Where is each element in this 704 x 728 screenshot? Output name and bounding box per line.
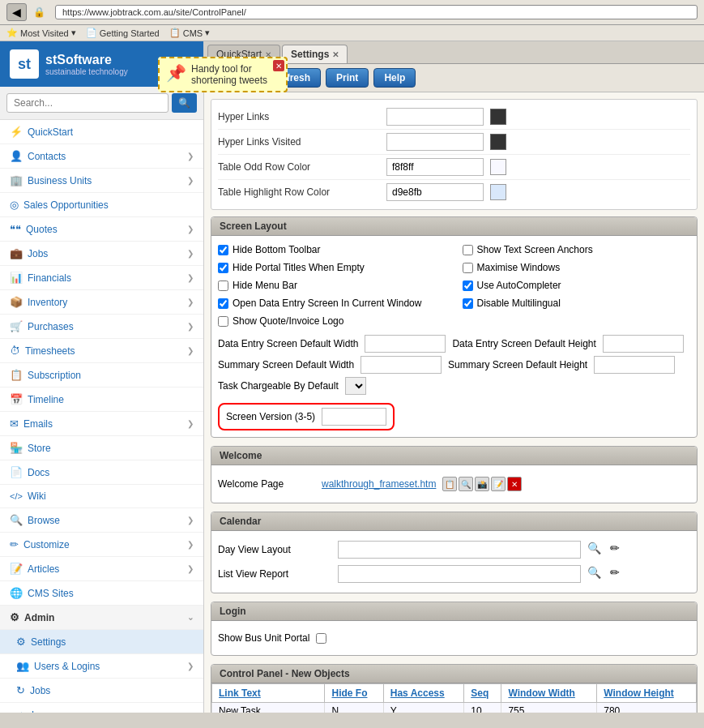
day-view-zoom-icon[interactable]: 🔍 (587, 542, 604, 558)
col-window-width[interactable]: Window Width (501, 684, 597, 703)
sidebar-item-jobs-sub[interactable]: ↻Jobs (0, 679, 203, 703)
logo-text: stSoftware sustainable technology (45, 53, 128, 76)
hyper-links-visited-color-btn[interactable] (490, 134, 506, 150)
use-autocompleter-checkbox[interactable] (463, 280, 473, 291)
tab-settings[interactable]: Settings ✕ (282, 45, 348, 63)
sidebar-item-purchases[interactable]: 🛒Purchases ❯ (0, 315, 203, 339)
hyper-links-visited-input[interactable] (386, 133, 484, 151)
hyper-links-color-btn[interactable] (490, 109, 506, 125)
hide-menu-bar-checkbox[interactable] (218, 280, 228, 291)
show-bus-unit-label: Show Bus Unit Portal (218, 632, 309, 644)
open-data-entry-checkbox[interactable] (218, 298, 228, 309)
sidebar-item-browse[interactable]: 🔍Browse ❯ (0, 508, 203, 533)
summary-height-label: Summary Screen Default Height (448, 359, 587, 370)
sidebar-item-sales[interactable]: ◎Sales Opportunities (0, 193, 203, 217)
data-entry-width-input[interactable] (365, 335, 446, 353)
sidebar-item-contacts[interactable]: 👤Contacts ❯ (0, 144, 203, 169)
bookmark-cms[interactable]: 📋 CMS ▾ (169, 28, 210, 38)
sidebar-item-cms-sites[interactable]: 🌐CMS Sites (0, 581, 203, 606)
sidebar-item-financials[interactable]: 📊Financials ❯ (0, 266, 203, 290)
screen-layout-body: Hide Bottom Toolbar Show Text Screen Anc… (211, 236, 697, 437)
sidebar-item-jobs[interactable]: 💼Jobs ❯ (0, 242, 203, 266)
col-seq[interactable]: Seq (464, 684, 501, 703)
sidebar-item-subscription[interactable]: 📋Subscription (0, 363, 203, 388)
show-text-anchors-checkbox[interactable] (463, 245, 473, 255)
summary-height-input[interactable] (594, 356, 675, 374)
sidebar-item-logs[interactable]: ▲Logs (0, 703, 203, 713)
table-odd-label: Table Odd Row Color (218, 161, 380, 173)
maximise-windows-checkbox[interactable] (463, 263, 473, 273)
sidebar-item-wiki[interactable]: </>Wiki (0, 485, 203, 508)
hide-portal-titles-checkbox[interactable] (218, 263, 228, 273)
task-chargeable-label: Task Chargeable By Default (218, 380, 339, 392)
tooltip-close-button[interactable]: ✕ (273, 60, 284, 71)
data-entry-height-input[interactable] (603, 335, 684, 353)
welcome-body: Welcome Page walkthrough_frameset.htm 📋 … (211, 465, 697, 503)
sidebar-item-customize[interactable]: ✏Customize ❯ (0, 533, 203, 557)
list-view-edit-icon[interactable]: ✏ (610, 566, 626, 582)
control-panel-table: Link Text Hide Fo Has Access Seq Window … (211, 683, 697, 713)
bookmark-most-visited[interactable]: ⭐ Most Visited ▾ (6, 28, 76, 38)
welcome-icon-1[interactable]: 📋 (442, 477, 457, 491)
sidebar-item-admin[interactable]: ⚙Admin ⌄ (0, 606, 203, 630)
welcome-section: Welcome Welcome Page walkthrough_framese… (211, 446, 698, 503)
list-view-input[interactable]: Open Tasks/Events (338, 565, 581, 583)
sidebar-item-inventory[interactable]: 📦Inventory ❯ (0, 290, 203, 315)
hide-bottom-toolbar-checkbox[interactable] (218, 245, 228, 255)
print-button[interactable]: Print (326, 68, 369, 88)
table-highlight-row: Table Highlight Row Color (218, 180, 690, 204)
sidebar-item-users-logins[interactable]: 👥Users & Logins ❯ (0, 654, 203, 679)
hyper-links-label: Hyper Links (218, 111, 380, 122)
help-button[interactable]: Help (373, 68, 416, 88)
cell-hide_fo: N (325, 703, 383, 713)
table-odd-color-swatch[interactable] (490, 159, 506, 175)
show-bus-unit-checkbox[interactable] (316, 633, 326, 644)
col-window-height[interactable]: Window Height (597, 684, 697, 703)
table-odd-input[interactable] (386, 158, 484, 176)
tab-settings-close[interactable]: ✕ (332, 50, 339, 59)
col-has-access[interactable]: Has Access (383, 684, 463, 703)
list-view-zoom-icon[interactable]: 🔍 (587, 566, 604, 582)
day-view-edit-icon[interactable]: ✏ (610, 542, 626, 558)
screen-version-input[interactable]: 5 (322, 408, 386, 426)
hyper-links-input[interactable] (386, 108, 484, 126)
lock-icon: 🔒 (33, 6, 45, 18)
summary-width-input[interactable] (361, 356, 442, 374)
sidebar-item-quotes[interactable]: ❝❝Quotes ❯ (0, 217, 203, 242)
table-highlight-color-swatch[interactable] (490, 184, 506, 200)
sidebar-item-quickstart[interactable]: ⚡QuickStart (0, 120, 203, 144)
control-panel-section: Control Panel - New Objects Link Text Hi… (211, 664, 698, 713)
hide-menu-bar-row: Hide Menu Bar (218, 278, 446, 293)
col-link-text[interactable]: Link Text (212, 684, 325, 703)
bookmark-getting-started[interactable]: 📄 Getting Started (86, 28, 160, 38)
disable-multilingual-checkbox[interactable] (463, 298, 473, 309)
welcome-page-link[interactable]: walkthrough_frameset.htm (322, 478, 436, 490)
table-row[interactable]: New TaskNY10755780 (212, 703, 697, 713)
search-input[interactable] (6, 93, 169, 113)
table-highlight-input[interactable] (386, 183, 484, 201)
sidebar-item-articles[interactable]: 📝Articles ❯ (0, 557, 203, 581)
task-chargeable-select[interactable] (345, 377, 366, 395)
sidebar-item-store[interactable]: 🏪Store (0, 436, 203, 460)
address-bar[interactable]: https://www.jobtrack.com.au/site/Control… (55, 5, 698, 19)
day-view-label: Day View Layout (218, 544, 331, 555)
login-section: Login Show Bus Unit Portal (211, 602, 698, 656)
welcome-icon-2[interactable]: 🔍 (459, 477, 473, 491)
sidebar-item-settings[interactable]: ⚙Settings (0, 630, 203, 654)
day-view-input[interactable]: Calendar Day View (338, 541, 581, 559)
search-button[interactable]: 🔍 (172, 93, 197, 113)
sidebar-item-emails[interactable]: ✉Emails ❯ (0, 412, 203, 436)
show-quote-logo-checkbox[interactable] (218, 316, 228, 327)
sidebar-item-docs[interactable]: 📄Docs (0, 460, 203, 485)
calendar-body: Day View Layout Calendar Day View 🔍 ✏ Li… (211, 531, 697, 593)
welcome-icon-3[interactable]: 📸 (475, 477, 489, 491)
welcome-icon-4[interactable]: 📝 (491, 477, 506, 491)
sidebar-item-business-units[interactable]: 🏢Business Units ❯ (0, 169, 203, 193)
sidebar-item-timesheets[interactable]: ⏱Timesheets ❯ (0, 339, 203, 363)
sidebar-item-timeline[interactable]: 📅Timeline (0, 388, 203, 412)
col-hide-fo[interactable]: Hide Fo (325, 684, 383, 703)
welcome-icon-5[interactable]: ✕ (507, 477, 522, 491)
control-panel-header: Control Panel - New Objects (211, 665, 697, 683)
back-button[interactable]: ◀ (6, 3, 27, 21)
disable-multilingual-row: Disable Multilingual (463, 296, 691, 310)
